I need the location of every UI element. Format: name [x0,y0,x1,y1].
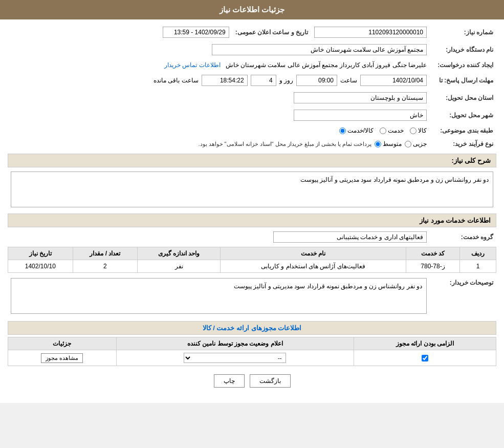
cell-quantity: 2 [73,260,138,273]
col-date: تاریخ نیاز [8,247,73,260]
perm-row: -- مشاهده مجوز [8,350,496,366]
perm-col-required: الزامی بودن ارائه مجوز [354,337,496,350]
perm-status-cell[interactable]: -- [116,350,354,366]
creator-name: علیرضا جنگی فیروز آبادی کاربرداز مجتمع آ… [226,61,427,69]
category-goods-radio[interactable] [410,127,417,134]
services-table: ردیف کد خدمت نام خدمت واحد اندازه گیری ت… [8,247,496,273]
category-goods-service-radio[interactable] [339,127,346,134]
print-button[interactable]: چاپ [214,374,245,388]
general-desc-box: دو نفر روانشناس زن و مردطبق نمونه قراردا… [11,172,493,207]
cell-code: ز-78-780 [406,260,460,273]
table-row: 1 ز-78-780 فعالیت‌های آژانس های استخدام … [8,260,496,273]
purchase-type-label: نوع فرآیند خرید: [430,138,496,150]
contact-link[interactable]: اطلاعات تماس خریدار [164,61,221,69]
perm-col-details: جزئیات [8,337,117,350]
col-name: نام خدمت [221,247,406,260]
perm-required-cell [354,350,496,366]
deadline-date: 1402/10/04 [360,75,427,86]
deadline-remaining: 18:54:22 [202,75,248,86]
announcement-date-label: تاریخ و ساعت اعلان عمومی: [232,25,311,40]
announcement-datetime-value: 1402/09/29 - 13:59 [163,27,229,38]
days-label: روز و [279,77,293,84]
col-qty: تعداد / مقدار [73,247,138,260]
send-deadline-label: مهلت ارسال پاسخ: تا [430,73,496,88]
buyer-desc-label: توصیحات خریدار: [430,276,496,316]
need-number-value: 1102093120000010 [314,27,427,38]
deadline-days: 4 [251,75,276,86]
delivery-city-label: شهر محل تحویل: [430,108,496,123]
perm-required-checkbox[interactable] [422,355,428,361]
creator-label: ایجاد کننده درخواست: [430,59,496,71]
category-goods-option[interactable]: کالا [410,127,427,134]
cell-name: فعالیت‌های آژانس های استخدام و کاریابی [221,260,406,273]
buyer-desc-box: دو نفر روانشناس زن و مردطبق نمونه قراردا… [11,278,427,314]
footer-buttons: بازگشت چاپ [8,374,496,388]
service-group-value: فعالیتهای اداری و خدمات پشتیبانی [273,231,427,243]
category-label: طبقه بندی موضوعی: [430,125,496,136]
purchase-note: پرداخت تمام یا بخشی از مبلغ خریداز محل "… [198,141,371,147]
back-button[interactable]: بازگشت [250,374,291,388]
page-header: جزئیات اطلاعات نیاز [0,0,504,19]
category-service-radio[interactable] [380,127,386,134]
service-group-label: گروه خدمت: [430,229,496,245]
perm-col-status: اعلام وضعیت مجوز توسط نامین کننده [116,337,354,350]
purchase-partial-radio[interactable] [405,141,411,147]
perm-status-select[interactable]: -- [184,353,286,363]
cell-date: 1402/10/10 [8,260,73,273]
time-label: ساعت [340,77,357,84]
purchase-partial-option[interactable]: جزیی [405,140,427,147]
delivery-province-label: استان محل تحویل: [430,90,496,105]
general-desc-section-title: شرح کلی نیاز: [451,157,491,164]
delivery-city-value: خاش [294,110,427,121]
remaining-label: ساعت باقی مانده [154,77,199,84]
delivery-province-value: سیستان و بلوچستان [294,92,427,103]
purchase-medium-option[interactable]: متوسط [375,140,402,147]
col-row: ردیف [460,247,496,260]
buyer-org-label: نام دستگاه خریدار: [430,42,496,57]
cell-unit: نفر [138,260,221,273]
buyer-org-value: مجتمع آموزش عالی سلامت شهرستان خاش [212,44,427,55]
perm-details-cell[interactable]: مشاهده مجوز [8,350,117,366]
category-goods-service-option[interactable]: کالا/خدمت [339,127,374,134]
deadline-time: 09:00 [296,75,337,86]
col-unit: واحد اندازه گیری [138,247,221,260]
category-service-option[interactable]: خدمت [380,127,404,134]
permissions-section-title[interactable]: اطلاعات مجوزهای ارائه خدمت / کالا [8,321,496,335]
col-code: کد خدمت [406,247,460,260]
purchase-medium-radio[interactable] [375,141,381,147]
view-license-button[interactable]: مشاهده مجوز [41,353,83,363]
cell-row: 1 [460,260,496,273]
permissions-table: الزامی بودن ارائه مجوز اعلام وضعیت مجوز … [8,337,496,366]
need-number-label: شماره نیاز: [430,25,496,40]
service-info-section-title: اطلاعات خدمات مورد نیاز [8,214,496,227]
